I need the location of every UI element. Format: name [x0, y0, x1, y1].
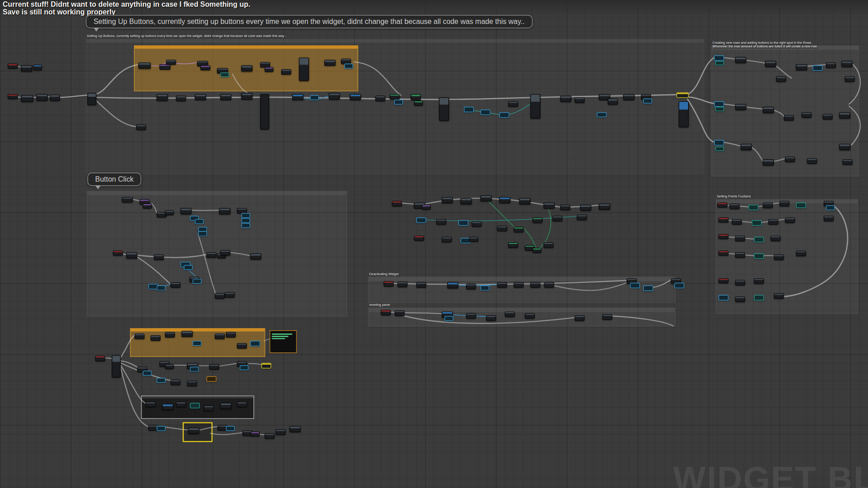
- graph-node[interactable]: [162, 404, 173, 410]
- graph-node[interactable]: [508, 101, 518, 107]
- graph-node[interactable]: [176, 402, 186, 407]
- graph-node[interactable]: [714, 101, 724, 107]
- graph-node[interactable]: [226, 332, 236, 338]
- graph-node[interactable]: [154, 254, 164, 260]
- graph-node[interactable]: [442, 197, 453, 203]
- graph-node[interactable]: [310, 95, 319, 100]
- graph-node[interactable]: [344, 64, 354, 69]
- graph-node[interactable]: [505, 311, 515, 317]
- graph-node[interactable]: [530, 282, 540, 287]
- graph-node[interactable]: [599, 204, 610, 210]
- graph-node[interactable]: [21, 65, 32, 71]
- graph-node[interactable]: [264, 433, 274, 439]
- graph-node[interactable]: [414, 101, 423, 106]
- graph-node[interactable]: [839, 113, 850, 118]
- graph-node[interactable]: [735, 104, 746, 110]
- graph-node[interactable]: [416, 282, 426, 287]
- graph-node[interactable]: [796, 202, 806, 208]
- graph-node[interactable]: [237, 402, 247, 407]
- graph-node[interactable]: [180, 208, 191, 214]
- graph-node[interactable]: [143, 204, 152, 209]
- graph-node[interactable]: [841, 61, 852, 67]
- graph-node[interactable]: [261, 363, 271, 368]
- graph-node[interactable]: [136, 125, 146, 130]
- graph-node[interactable]: [160, 64, 170, 70]
- graph-node[interactable]: [544, 282, 554, 287]
- graph-node[interactable]: [464, 107, 474, 112]
- graph-node[interactable]: [774, 254, 784, 260]
- graph-node[interactable]: [807, 158, 817, 164]
- graph-node[interactable]: [251, 432, 260, 436]
- graph-node[interactable]: [824, 216, 834, 221]
- graph-node[interactable]: [458, 220, 468, 225]
- graph-node[interactable]: [241, 65, 252, 71]
- graph-node[interactable]: [33, 65, 42, 70]
- graph-node[interactable]: [439, 98, 449, 121]
- graph-node[interactable]: [200, 65, 210, 70]
- graph-node[interactable]: [170, 380, 180, 385]
- graph-node[interactable]: [188, 428, 199, 434]
- graph-node[interactable]: [466, 284, 476, 289]
- graph-node[interactable]: [718, 234, 728, 239]
- graph-node[interactable]: [608, 99, 618, 104]
- graph-node[interactable]: [21, 95, 33, 102]
- graph-node[interactable]: [195, 94, 206, 100]
- graph-node[interactable]: [472, 221, 481, 227]
- graph-node[interactable]: [763, 160, 774, 165]
- graph-node[interactable]: [718, 217, 728, 222]
- graph-node[interactable]: [397, 282, 407, 287]
- graph-node[interactable]: [176, 96, 186, 101]
- graph-node[interactable]: [735, 57, 746, 63]
- graph-node[interactable]: [533, 217, 542, 223]
- graph-node[interactable]: [241, 223, 250, 228]
- graph-node[interactable]: [543, 202, 554, 208]
- graph-node[interactable]: [165, 210, 174, 215]
- graph-node[interactable]: [525, 313, 535, 319]
- graph-node[interactable]: [37, 94, 47, 101]
- graph-node[interactable]: [714, 140, 724, 145]
- comment-box[interactable]: reseting panel: [368, 308, 675, 327]
- graph-node[interactable]: [602, 314, 612, 320]
- graph-node[interactable]: [241, 213, 250, 218]
- graph-node[interactable]: [735, 296, 745, 302]
- graph-node[interactable]: [381, 310, 391, 315]
- graph-node[interactable]: [796, 251, 806, 256]
- graph-node[interactable]: [714, 55, 724, 61]
- graph-node[interactable]: [754, 278, 764, 284]
- graph-node[interactable]: [198, 231, 207, 236]
- graph-node[interactable]: [481, 109, 491, 115]
- blueprint-graph-canvas[interactable]: Current stuff! Didnt want to delete anyt…: [0, 0, 868, 488]
- graph-node[interactable]: [444, 316, 453, 321]
- graph-node[interactable]: [182, 331, 193, 337]
- comment-bubble-setup-buttons[interactable]: Setting Up Buttons, currently setting up…: [86, 15, 533, 28]
- graph-node[interactable]: [785, 157, 795, 162]
- graph-node[interactable]: [113, 251, 123, 256]
- graph-node[interactable]: [643, 99, 652, 103]
- graph-node[interactable]: [157, 94, 168, 101]
- graph-node[interactable]: [715, 61, 724, 66]
- graph-node[interactable]: [845, 76, 855, 82]
- graph-node[interactable]: [630, 283, 640, 288]
- graph-node[interactable]: [209, 364, 219, 370]
- graph-node[interactable]: [461, 198, 472, 204]
- graph-node[interactable]: [839, 144, 850, 150]
- graph-node[interactable]: [190, 403, 200, 408]
- graph-node[interactable]: [122, 197, 132, 202]
- graph-node[interactable]: [784, 115, 794, 121]
- graph-node[interactable]: [575, 315, 585, 321]
- graph-node[interactable]: [394, 99, 403, 104]
- graph-node[interactable]: [157, 378, 166, 383]
- graph-node[interactable]: [749, 205, 759, 210]
- graph-node[interactable]: [95, 356, 105, 361]
- graph-node[interactable]: [679, 101, 689, 127]
- graph-node[interactable]: [486, 315, 496, 321]
- graph-node[interactable]: [560, 205, 570, 210]
- graph-node[interactable]: [779, 201, 789, 206]
- graph-node[interactable]: [718, 278, 728, 283]
- graph-node[interactable]: [643, 286, 653, 291]
- graph-node[interactable]: [157, 286, 166, 291]
- graph-node[interactable]: [826, 205, 835, 210]
- graph-node[interactable]: [481, 286, 490, 291]
- graph-node[interactable]: [466, 313, 476, 319]
- graph-node[interactable]: [350, 94, 361, 100]
